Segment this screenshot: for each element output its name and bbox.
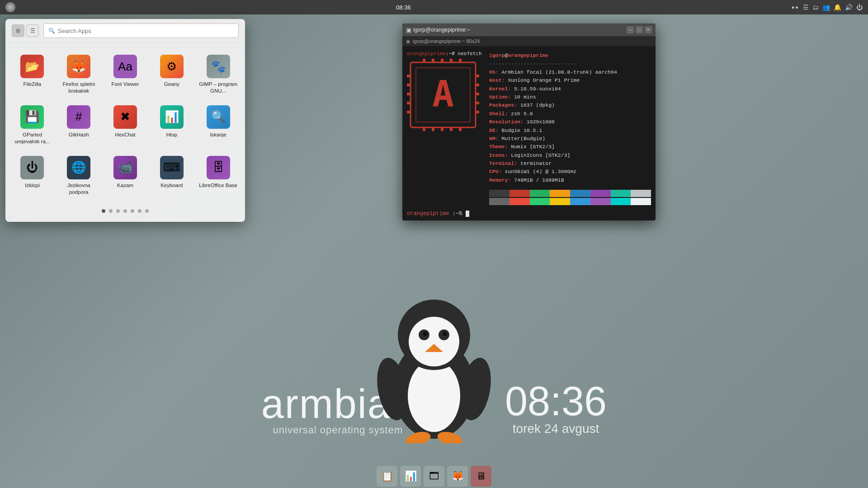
color-swatch-7 xyxy=(611,190,631,197)
page-dot-5[interactable] xyxy=(131,209,134,213)
desktop-clock: 08:36 torek 24 avgust xyxy=(505,381,607,436)
taskbar-calc[interactable]: 📊 xyxy=(400,466,421,487)
taskbar-files-icon: 📋 xyxy=(381,470,393,482)
terminal-controls: ─ □ ✕ xyxy=(627,26,652,33)
info-cpu: CPU: sun50iW1 (4) @ 1.360GHz xyxy=(489,168,651,176)
app-icon-libreofficebase: 🗄 xyxy=(207,156,230,179)
app-item-firefox[interactable]: 🦊 Firefox spletni brskalnik xyxy=(57,50,101,99)
info-sep-text: ---------------------------- xyxy=(489,61,576,66)
app-icon-symbol-libreofficebase: 🗄 xyxy=(212,160,224,174)
panel-time: 08:36 xyxy=(396,4,411,11)
svg-rect-5 xyxy=(407,84,410,86)
panel-power-icon[interactable]: ⏻ xyxy=(856,4,863,11)
page-dot-6[interactable] xyxy=(138,209,142,213)
app-icon-filezilla: 📂 xyxy=(20,55,44,78)
color-swatch-11 xyxy=(530,198,550,205)
svg-rect-16 xyxy=(441,59,443,62)
grid-view-button[interactable]: ⊞ xyxy=(12,24,24,37)
app-item-geany[interactable]: ⚙ Geany xyxy=(149,50,194,99)
svg-rect-20 xyxy=(432,127,434,131)
app-icon-symbol-jezikovna: 🌐 xyxy=(71,160,86,174)
svg-point-27 xyxy=(409,317,459,366)
app-item-libreofficebase[interactable]: 🗄 LibreOffice Base xyxy=(196,151,241,200)
svg-rect-19 xyxy=(423,127,425,131)
app-item-iskanje[interactable]: 🔍 Iskanje xyxy=(196,101,241,150)
app-item-izklopi[interactable]: ⏻ Izklopi xyxy=(10,151,55,200)
app-label-jezikovna: Jezikovna podpora xyxy=(59,182,99,196)
taskbar: 📋 📊 🗔 🦊 🖥 xyxy=(0,465,868,488)
terminal-content: orangepiprime:~# neofetch A xyxy=(402,46,656,209)
app-item-gimp[interactable]: 🐾 GIMP – program GNU... xyxy=(196,50,241,99)
page-dot-4[interactable] xyxy=(123,209,127,213)
panel-files-icon[interactable]: 🗂 xyxy=(812,4,819,11)
app-icon-symbol-iskanje: 🔍 xyxy=(211,110,226,124)
panel-notification-icon[interactable]: 🔔 xyxy=(834,4,841,11)
app-drawer: ⊞ ☰ 🔍 📂 FileZilla 🦊 Firefox spletni brsk… xyxy=(5,19,245,222)
taskbar-browser[interactable]: 🗔 xyxy=(424,466,444,487)
taskbar-calc-icon: 📊 xyxy=(405,470,417,482)
app-item-gparted[interactable]: 💾 GParted urejevalnik ra... xyxy=(10,101,55,150)
neofetch-art: orangepiprime:~# neofetch A xyxy=(407,50,484,205)
color-bar-2 xyxy=(489,198,651,205)
svg-point-0 xyxy=(8,5,13,10)
info-icons-val: LoginIcons [GTK2/3] xyxy=(511,152,570,158)
search-input[interactable] xyxy=(58,28,234,34)
info-host: orangepiprime xyxy=(508,52,548,58)
app-label-fontviewer: Font Viewer xyxy=(111,81,139,88)
app-icon-kazam: 📹 xyxy=(113,156,137,179)
app-item-hexchat[interactable]: ✖ HexChat xyxy=(103,101,148,150)
svg-point-31 xyxy=(443,332,447,336)
app-icon-fontviewer: Aa xyxy=(113,55,137,78)
info-uptime-val: 10 mins xyxy=(514,94,536,100)
panel-menu-icon[interactable]: ☰ xyxy=(803,4,809,11)
taskbar-firefox[interactable]: 🦊 xyxy=(447,466,468,487)
color-swatch-12 xyxy=(550,198,570,205)
terminal-minimize-button[interactable]: ─ xyxy=(627,26,634,33)
svg-rect-15 xyxy=(432,59,434,62)
page-dot-2[interactable] xyxy=(109,209,113,213)
app-item-fontviewer[interactable]: Aa Font Viewer xyxy=(103,50,148,99)
page-dots xyxy=(5,204,245,215)
prompt-user: orangepiprime xyxy=(407,211,449,217)
prompt-sym: :~% xyxy=(453,211,466,217)
app-item-keyboard[interactable]: ⌨ Keyboard xyxy=(149,151,194,200)
desktop: 08:36 ●● ☰ 🗂 👥 🔔 🔊 ⏻ ⊞ ☰ 🔍 📂 xyxy=(0,0,868,488)
color-swatch-8 xyxy=(631,190,651,197)
info-res-val: 868x488 xyxy=(527,119,555,125)
panel-network-icon[interactable]: 👥 xyxy=(822,4,830,11)
svg-point-30 xyxy=(423,332,427,336)
info-icons: Icons: LoginIcons [GTK2/3] xyxy=(489,151,651,160)
app-item-gtkhash[interactable]: # GtkHash xyxy=(57,101,101,150)
app-icon-gtkhash: # xyxy=(67,105,90,129)
terminal-maximize-button[interactable]: □ xyxy=(636,26,643,33)
terminal-close-button[interactable]: ✕ xyxy=(645,26,652,33)
neofetch-info: igorp@orangepiprime --------------------… xyxy=(489,50,651,205)
terminal-tab-icon: ▣ xyxy=(406,39,410,44)
taskbar-terminal-icon: 🖥 xyxy=(476,470,486,482)
clock-date: torek 24 avgust xyxy=(505,422,607,436)
terminal-cursor xyxy=(466,211,469,217)
clock-time: 08:36 xyxy=(505,381,607,422)
app-label-htop: Htop xyxy=(166,131,177,138)
app-item-jezikovna[interactable]: 🌐 Jezikovna podpora xyxy=(57,151,101,200)
panel-volume-icon[interactable]: 🔊 xyxy=(845,4,853,11)
svg-point-38 xyxy=(443,433,452,442)
page-dot-7[interactable] xyxy=(145,209,149,213)
app-label-iskanje: Iskanje xyxy=(210,131,226,138)
app-item-kazam[interactable]: 📹 Kazam xyxy=(103,151,148,200)
svg-rect-18 xyxy=(459,59,462,62)
budgie-menu-icon[interactable] xyxy=(5,2,15,12)
app-item-filezilla[interactable]: 📂 FileZilla xyxy=(10,50,55,99)
list-view-button[interactable]: ☰ xyxy=(26,24,39,37)
page-dot-3[interactable] xyxy=(116,209,120,213)
page-dot-1[interactable] xyxy=(102,209,105,213)
info-uptime: Uptime: 10 mins xyxy=(489,93,651,101)
info-host: Host: Xunlong Orange Pi Prime xyxy=(489,76,651,84)
svg-point-25 xyxy=(408,360,460,432)
taskbar-files[interactable]: 📋 xyxy=(377,466,397,487)
app-icon-symbol-htop: 📊 xyxy=(165,110,179,124)
info-shell-val: zsh 5.8 xyxy=(511,111,533,117)
taskbar-terminal[interactable]: 🖥 xyxy=(471,466,491,487)
terminal-icon: ▣ xyxy=(406,27,411,33)
app-item-htop[interactable]: 📊 Htop xyxy=(149,101,194,150)
